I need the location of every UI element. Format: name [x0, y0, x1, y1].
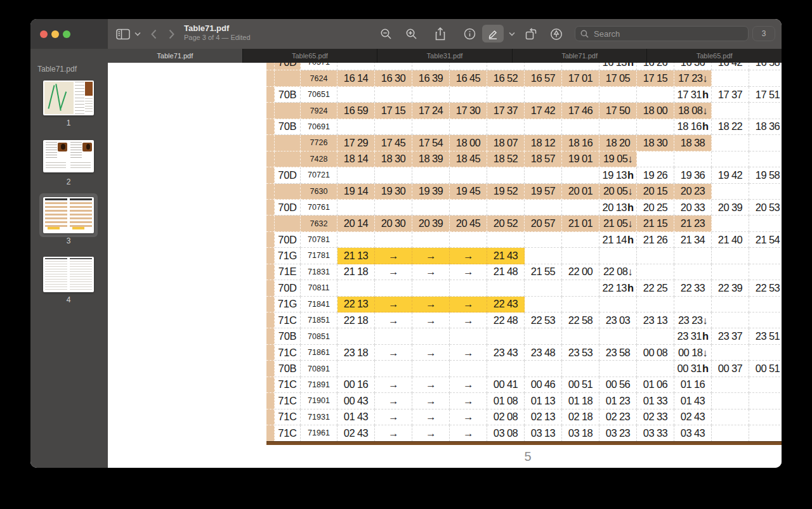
time-cell: →	[450, 345, 487, 361]
rotate-button[interactable]	[522, 19, 540, 49]
time-cell	[450, 280, 487, 296]
time-cell	[412, 87, 450, 103]
info-button[interactable]	[461, 19, 478, 49]
time-cell	[525, 167, 562, 183]
time-cell	[749, 151, 782, 167]
time-cell: 19 13h	[599, 167, 637, 183]
time-cell	[637, 119, 674, 135]
time-cell: 16 39	[412, 70, 450, 86]
table-row: 70B7069118 16h18 2218 36	[266, 119, 782, 135]
markup-button[interactable]	[482, 25, 504, 42]
time-cell: 19 26	[637, 167, 674, 183]
time-cell: →	[375, 393, 412, 409]
highlight-button[interactable]	[547, 19, 565, 49]
time-cell	[599, 87, 637, 103]
time-cell: 22 25	[637, 280, 674, 296]
time-cell	[525, 87, 562, 103]
time-cell: 20 23	[674, 184, 712, 200]
zoom-window-button[interactable]	[63, 30, 70, 38]
route-cell: 70B	[275, 87, 301, 103]
time-cell: 00 51	[562, 377, 599, 393]
zoom-in-button[interactable]	[402, 19, 420, 49]
page-thumbnail-3[interactable]	[43, 197, 94, 233]
markup-pencil-icon	[487, 28, 499, 39]
table-edge-strip	[266, 232, 275, 248]
page-number-field[interactable]: 3	[752, 26, 775, 41]
page-thumbnail-1[interactable]	[43, 81, 94, 115]
time-cell: 16 13h	[599, 63, 637, 70]
pdf-page[interactable]: 70D7057116 13h16 2616 3616 4216 58762416…	[108, 63, 782, 468]
toolbar: Table71.pdf Page 3 of 4 — Edited	[108, 19, 782, 49]
time-cell: 00 41	[487, 377, 525, 393]
time-cell: 23 43	[487, 345, 525, 361]
time-cell	[487, 63, 525, 70]
time-cell	[450, 63, 487, 70]
tab-bar: Table71.pdfTable65.pdfTable31.pdfTable71…	[108, 49, 782, 63]
search-field[interactable]	[575, 26, 749, 41]
table-edge-strip	[266, 280, 275, 296]
search-icon	[580, 30, 589, 38]
time-cell	[450, 167, 487, 183]
time-cell: 17 29	[337, 135, 375, 151]
time-cell	[525, 232, 562, 248]
table-row: 70D7057116 13h16 2616 3616 4216 58	[266, 63, 782, 70]
time-cell: 18 12	[525, 135, 562, 151]
time-cell: →	[412, 345, 450, 361]
back-button[interactable]	[147, 19, 160, 49]
time-cell: 20 30	[375, 216, 412, 231]
time-cell	[712, 248, 749, 264]
search-input[interactable]	[593, 29, 743, 39]
time-cell	[674, 297, 712, 312]
time-cell: 16 57	[525, 70, 562, 86]
time-cell: 18 36	[749, 119, 782, 135]
time-cell: 01 43	[337, 409, 375, 425]
time-cell	[749, 425, 782, 441]
tab-table65-pdf-1[interactable]: Table65.pdf	[243, 49, 378, 63]
time-cell	[562, 297, 599, 312]
page-thumbnail-4[interactable]	[43, 257, 94, 292]
tab-table71-pdf-3[interactable]: Table71.pdf	[513, 49, 648, 63]
minimize-button[interactable]	[51, 30, 59, 38]
time-cell	[487, 167, 525, 183]
time-cell: 19 42	[712, 167, 749, 183]
close-button[interactable]	[40, 30, 48, 38]
time-cell: 18 14	[337, 151, 375, 167]
time-cell: →	[412, 409, 450, 425]
time-cell: 19 39	[412, 184, 450, 200]
sidebar-options-button[interactable]	[133, 19, 142, 49]
time-cell: 16 52	[487, 70, 525, 86]
zoom-out-button[interactable]	[377, 19, 395, 49]
table-edge-strip	[266, 264, 275, 280]
page-thumbnail-2[interactable]	[43, 140, 94, 172]
table-edge-strip	[266, 87, 275, 103]
time-cell	[337, 232, 375, 248]
time-cell: →	[375, 248, 412, 264]
titlebar-left	[30, 19, 108, 49]
tab-table71-pdf-0[interactable]: Table71.pdf	[108, 49, 243, 63]
time-cell	[337, 119, 375, 135]
sidebar-toggle-button[interactable]	[114, 19, 132, 49]
time-cell	[412, 280, 450, 296]
markup-options-button[interactable]	[508, 19, 516, 49]
forward-button[interactable]	[165, 19, 178, 49]
time-cell: 01 43	[674, 393, 712, 409]
table-edge-strip	[266, 135, 275, 151]
time-cell	[450, 328, 487, 344]
time-cell: 00 08	[637, 345, 674, 361]
time-cell	[712, 393, 749, 409]
table-row: 70D7078121 14h21 2621 3421 4021 54	[266, 232, 782, 248]
table-edge-strip	[266, 119, 275, 135]
time-cell: 17 37	[487, 103, 525, 119]
time-cell	[637, 361, 674, 377]
route-cell: 71C	[275, 312, 301, 328]
train-cell: 71931	[301, 409, 337, 425]
time-cell: 23 51	[749, 328, 782, 344]
time-cell: →	[412, 425, 450, 441]
time-cell: 19 30	[375, 184, 412, 200]
time-cell: 17 37	[712, 87, 749, 103]
tab-table31-pdf-2[interactable]: Table31.pdf	[377, 49, 513, 63]
tab-table65-pdf-4[interactable]: Table65.pdf	[647, 49, 782, 63]
time-cell: 17 45	[375, 135, 412, 151]
table-row: 70D7072119 13h19 2619 3619 4219 58	[266, 167, 782, 183]
share-button[interactable]	[431, 19, 449, 49]
